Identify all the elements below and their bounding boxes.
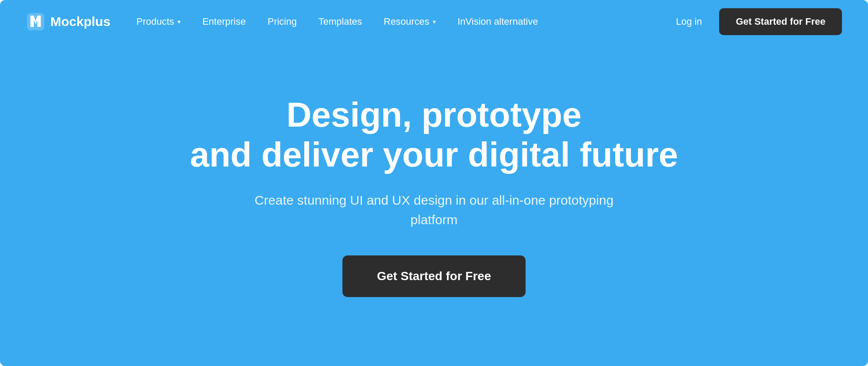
login-link[interactable]: Log in	[676, 16, 702, 27]
nav-cta-button[interactable]: Get Started for Free	[719, 8, 842, 35]
navbar: Mockplus Products ▾ Enterprise Pricing T…	[0, 0, 868, 43]
nav-link-pricing[interactable]: Pricing	[267, 16, 296, 27]
logo-link[interactable]: Mockplus	[26, 12, 110, 31]
nav-link-products[interactable]: Products ▾	[136, 16, 181, 27]
mockplus-logo-icon	[26, 12, 45, 31]
nav-link-resources[interactable]: Resources ▾	[384, 16, 436, 27]
chevron-down-icon: ▾	[433, 18, 436, 25]
chevron-down-icon: ▾	[178, 18, 181, 25]
hero-title: Design, prototype and deliver your digit…	[190, 95, 678, 175]
nav-link-invision-alternative[interactable]: InVision alternative	[457, 16, 538, 27]
nav-link-enterprise[interactable]: Enterprise	[202, 16, 246, 27]
hero-cta-button[interactable]: Get Started for Free	[342, 255, 526, 297]
logo-text: Mockplus	[50, 14, 110, 29]
hero-section: Design, prototype and deliver your digit…	[0, 43, 868, 366]
page-wrapper: Mockplus Products ▾ Enterprise Pricing T…	[0, 0, 868, 366]
nav-links: Products ▾ Enterprise Pricing Templates …	[136, 16, 676, 27]
hero-subtitle: Create stunning UI and UX design in our …	[239, 190, 629, 229]
nav-actions: Log in Get Started for Free	[676, 8, 842, 35]
nav-link-templates[interactable]: Templates	[319, 16, 362, 27]
